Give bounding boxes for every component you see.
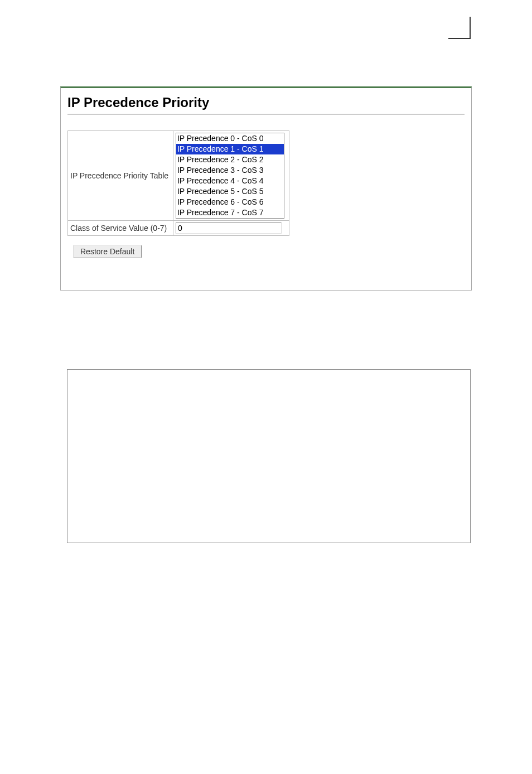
listbox-option[interactable]: IP Precedence 7 - CoS 7	[176, 207, 284, 218]
cos-value-row: Class of Service Value (0-7)	[68, 221, 289, 236]
cos-value-input[interactable]	[176, 222, 282, 234]
page-title: IP Precedence Priority	[67, 95, 465, 115]
priority-table-cell: IP Precedence 0 - CoS 0IP Precedence 1 -…	[173, 131, 289, 221]
listbox-option[interactable]: IP Precedence 2 - CoS 2	[176, 154, 284, 165]
cos-value-cell	[173, 221, 289, 236]
ip-precedence-panel: IP Precedence Priority IP Precedence Pri…	[60, 86, 472, 291]
cos-value-label: Class of Service Value (0-7)	[68, 221, 173, 236]
priority-table-label: IP Precedence Priority Table	[68, 131, 173, 221]
config-table: IP Precedence Priority Table IP Preceden…	[67, 130, 289, 236]
listbox-option[interactable]: IP Precedence 6 - CoS 6	[176, 197, 284, 207]
crop-mark	[448, 17, 471, 39]
ip-precedence-listbox[interactable]: IP Precedence 0 - CoS 0IP Precedence 1 -…	[176, 133, 284, 219]
empty-content-box	[67, 369, 471, 543]
priority-table-row: IP Precedence Priority Table IP Preceden…	[68, 131, 289, 221]
button-row: Restore Default	[73, 245, 465, 258]
restore-default-button[interactable]: Restore Default	[73, 245, 142, 258]
listbox-option[interactable]: IP Precedence 5 - CoS 5	[176, 186, 284, 197]
listbox-option[interactable]: IP Precedence 1 - CoS 1	[176, 144, 284, 154]
listbox-option[interactable]: IP Precedence 0 - CoS 0	[176, 133, 284, 144]
listbox-option[interactable]: IP Precedence 4 - CoS 4	[176, 176, 284, 186]
listbox-option[interactable]: IP Precedence 3 - CoS 3	[176, 165, 284, 176]
